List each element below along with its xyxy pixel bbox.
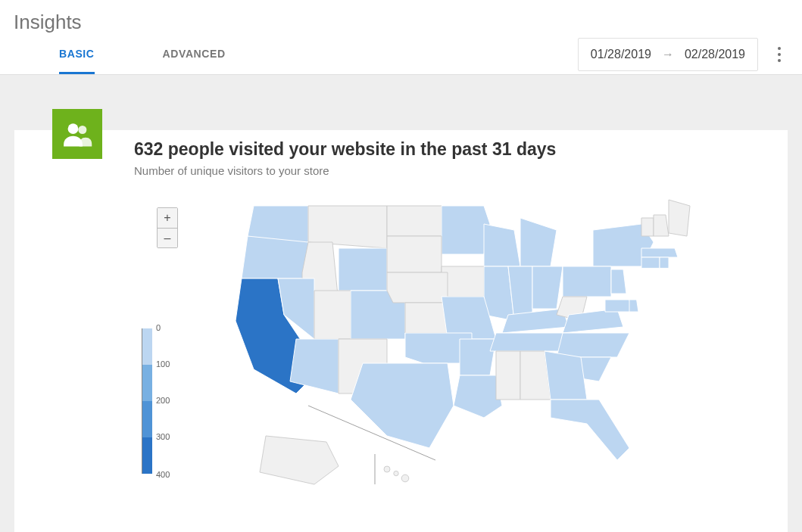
state-OH[interactable]: [532, 266, 563, 309]
card-subtitle: Number of unique visitors to your store: [134, 164, 766, 177]
date-range-end: 02/28/2019: [685, 48, 745, 61]
date-range-picker[interactable]: 01/28/2019 → 02/28/2019: [578, 38, 758, 71]
date-range-start: 01/28/2019: [591, 48, 651, 61]
legend-tick: 200: [156, 396, 170, 405]
zoom-in-button[interactable]: +: [158, 208, 177, 228]
state-OR[interactable]: [242, 236, 308, 278]
state-NH[interactable]: [654, 215, 669, 236]
state-WY[interactable]: [339, 248, 387, 291]
state-MS[interactable]: [496, 351, 520, 400]
tab-bar: BASIC ADVANCED 01/28/2019 → 02/28/2019: [0, 34, 802, 75]
state-GA[interactable]: [545, 351, 587, 400]
state-NE[interactable]: [387, 272, 448, 303]
legend: 0 100 200 300 400: [142, 328, 152, 474]
state-LA[interactable]: [454, 375, 502, 418]
people-icon: [52, 109, 102, 159]
tab-basic[interactable]: BASIC: [59, 34, 95, 74]
state-PA[interactable]: [563, 266, 611, 297]
arrow-right-icon: →: [662, 48, 674, 61]
visitors-card: 632 people visited your website in the p…: [14, 129, 788, 532]
svg-point-1: [78, 126, 86, 134]
state-MN[interactable]: [442, 206, 490, 254]
state-RI[interactable]: [660, 257, 669, 268]
tab-advanced[interactable]: ADVANCED: [163, 34, 226, 74]
state-WI[interactable]: [484, 224, 520, 266]
state-SD[interactable]: [387, 236, 442, 272]
more-menu-icon[interactable]: [770, 47, 788, 62]
state-UT[interactable]: [314, 291, 351, 339]
state-MA[interactable]: [641, 248, 678, 257]
us-map[interactable]: [217, 192, 763, 510]
state-HI[interactable]: [384, 466, 409, 482]
state-TX[interactable]: [351, 363, 454, 448]
legend-tick: 0: [156, 323, 161, 332]
legend-tick: 400: [156, 470, 170, 479]
state-NC[interactable]: [557, 333, 629, 357]
state-FL[interactable]: [551, 400, 629, 460]
state-ME[interactable]: [669, 200, 690, 236]
state-ND[interactable]: [387, 206, 442, 236]
state-AR[interactable]: [460, 339, 496, 375]
svg-point-0: [68, 123, 79, 134]
zoom-out-button[interactable]: –: [158, 228, 177, 247]
state-MI[interactable]: [520, 218, 557, 266]
state-NJ[interactable]: [611, 269, 626, 294]
page-title: Insights: [14, 11, 788, 34]
card-headline: 632 people visited your website in the p…: [134, 139, 766, 160]
state-TN[interactable]: [490, 333, 569, 351]
svg-point-5: [394, 471, 398, 475]
zoom-controls: + –: [157, 207, 178, 248]
svg-point-4: [384, 466, 390, 472]
state-MD[interactable]: [605, 300, 632, 312]
state-DE[interactable]: [629, 300, 638, 312]
state-VT[interactable]: [641, 218, 654, 236]
state-AK[interactable]: [260, 436, 339, 484]
state-CT[interactable]: [641, 257, 660, 268]
legend-tick: 100: [156, 359, 170, 369]
svg-point-6: [401, 474, 409, 482]
